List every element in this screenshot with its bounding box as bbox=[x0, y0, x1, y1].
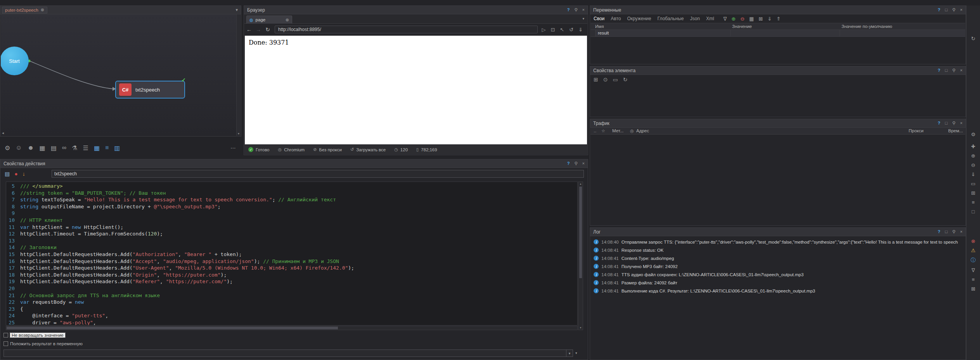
dots-icon[interactable]: ‥ bbox=[594, 128, 596, 133]
tag-icon[interactable]: ▭ bbox=[613, 76, 618, 83]
errors-filter-icon[interactable]: ⊗ bbox=[971, 238, 975, 244]
float-icon[interactable]: □ bbox=[945, 121, 948, 126]
chevron-down-icon[interactable]: ▾ bbox=[566, 350, 573, 357]
log-entry[interactable]: i14:08:41Content-Type: audio/mpeg bbox=[590, 254, 965, 262]
close-icon[interactable]: × bbox=[582, 7, 585, 12]
flow-canvas[interactable]: Start C# txt2speech ✓ ◂ ▾ bbox=[1, 14, 241, 136]
log-entry[interactable]: i14:08:41Выполнение кода C#. Результат: … bbox=[590, 287, 965, 295]
table-blue-icon[interactable]: ▦ bbox=[94, 144, 100, 152]
star-icon[interactable]: ☆ bbox=[601, 128, 605, 133]
more-icon[interactable]: ⋯ bbox=[230, 145, 236, 151]
zoom-in-icon[interactable]: ⊕ bbox=[971, 153, 975, 159]
chevron-down-icon[interactable]: ▾ bbox=[575, 351, 577, 355]
list-traffic-icon[interactable]: ≡ bbox=[972, 199, 975, 205]
scroll-up-icon[interactable]: ▴ bbox=[578, 182, 583, 185]
grid-icon[interactable]: ▦ bbox=[40, 144, 45, 152]
columns-blue-icon[interactable]: ▥ bbox=[114, 144, 120, 152]
modules-icon[interactable]: ▤ bbox=[51, 144, 57, 152]
help-icon[interactable]: ? bbox=[567, 161, 570, 166]
insert-down-icon[interactable]: ↓ bbox=[23, 171, 25, 177]
status-load-mode[interactable]: ↺Загружать все bbox=[350, 147, 386, 152]
scroll-down-icon[interactable]: ▾ bbox=[578, 326, 583, 329]
variables-tab-глобальные[interactable]: Глобальные bbox=[657, 16, 684, 21]
filter-icon[interactable]: ∇ bbox=[724, 16, 727, 22]
variables-tab-авто[interactable]: Авто bbox=[611, 16, 621, 21]
column-method[interactable]: Мет... bbox=[612, 128, 623, 133]
no-return-checkbox[interactable] bbox=[3, 333, 8, 338]
log-filter-icon[interactable]: ∇ bbox=[971, 267, 975, 273]
traffic-settings-icon[interactable]: ⚙ bbox=[971, 132, 976, 137]
help-icon[interactable]: ? bbox=[938, 229, 940, 234]
row-selector[interactable] bbox=[590, 30, 596, 36]
info-filter-icon[interactable]: ⓘ bbox=[971, 257, 976, 264]
forward-icon[interactable]: → bbox=[254, 26, 263, 33]
status-proxy[interactable]: ⊘Без прокси bbox=[313, 147, 342, 152]
search-icon[interactable]: ⊙ bbox=[603, 76, 608, 83]
action-block-txt2speech[interactable]: C# txt2speech ✓ bbox=[115, 81, 185, 99]
copy-traffic-icon[interactable]: ⊞ bbox=[971, 190, 975, 196]
link-icon[interactable]: ∞ bbox=[62, 144, 66, 151]
float-icon[interactable]: □ bbox=[945, 7, 948, 12]
canvas-vertical-scrollbar[interactable]: ▾ bbox=[236, 14, 241, 136]
pin-icon[interactable]: ⚲ bbox=[952, 68, 956, 73]
project-tab[interactable]: puter-txt2speech ⊗ bbox=[2, 7, 47, 14]
record-icon[interactable]: ● bbox=[14, 171, 17, 177]
float-icon[interactable]: □ bbox=[945, 229, 948, 234]
export-icon[interactable]: ⇓ bbox=[767, 16, 772, 22]
variables-tab-окружение[interactable]: Окружение bbox=[627, 16, 651, 21]
code-editor[interactable]: 5/// </summary>6//string token = "ВАШ_PU… bbox=[6, 182, 578, 325]
pan-icon[interactable]: ✚ bbox=[971, 144, 975, 149]
column-address[interactable]: Адрес bbox=[636, 128, 649, 133]
url-input[interactable]: http://localhost:8895/ bbox=[275, 26, 538, 33]
log-list-icon[interactable]: ≡ bbox=[972, 277, 975, 282]
browser-tab-page[interactable]: ◍ page ⊗ bbox=[246, 16, 292, 24]
status-ready[interactable]: ✓Готово bbox=[248, 147, 270, 152]
variables-tab-json[interactable]: Json bbox=[690, 16, 700, 21]
add-variable-icon[interactable]: ⊕ bbox=[731, 16, 736, 22]
capture-icon[interactable]: ⊡ bbox=[551, 27, 555, 33]
column-time[interactable]: Врем... bbox=[948, 128, 963, 133]
back-icon[interactable]: ← bbox=[244, 26, 254, 33]
pin-icon[interactable]: ⚲ bbox=[952, 121, 956, 126]
action-name-input[interactable] bbox=[52, 170, 584, 178]
pointer-icon[interactable]: ↖ bbox=[560, 27, 564, 33]
start-node[interactable]: Start bbox=[1, 47, 29, 75]
reload-icon[interactable]: ↻ bbox=[263, 26, 272, 33]
code-horizontal-scrollbar[interactable] bbox=[6, 326, 578, 330]
tab-close-icon[interactable]: ⊗ bbox=[41, 7, 44, 12]
table-row[interactable]: result bbox=[590, 30, 965, 37]
result-variable-select[interactable]: ▾ bbox=[3, 350, 573, 357]
list-icon[interactable]: ☰ bbox=[83, 144, 88, 152]
rows-blue-icon[interactable]: ≡ bbox=[105, 144, 109, 151]
form-view-icon[interactable]: ▤ bbox=[5, 171, 10, 177]
flask-icon[interactable]: ⚗ bbox=[72, 144, 77, 152]
help-icon[interactable]: ? bbox=[938, 7, 940, 12]
accounts-icon[interactable]: ☻ bbox=[28, 144, 34, 151]
frame-icon[interactable]: ▭ bbox=[971, 181, 975, 187]
scroll-down-icon[interactable]: ▾ bbox=[237, 132, 241, 135]
log-entry[interactable]: i14:08:41TTS аудио файл сохранен: L:\ZEN… bbox=[590, 270, 965, 279]
close-icon[interactable]: × bbox=[960, 229, 963, 234]
put-result-label[interactable]: Положить результат в переменную bbox=[10, 341, 83, 346]
log-entry[interactable]: i14:08:41Response status: OK bbox=[590, 246, 965, 254]
copy-icon[interactable]: ⊞ bbox=[594, 76, 598, 83]
refresh-icon[interactable]: ↻ bbox=[623, 76, 628, 83]
variables-tab-xml[interactable]: Xml bbox=[706, 16, 714, 21]
pin-icon[interactable]: ⚲ bbox=[575, 161, 578, 166]
clear-log-icon[interactable]: ⊠ bbox=[971, 286, 975, 292]
chevron-down-icon[interactable]: ▾ bbox=[582, 17, 584, 21]
column-proxy[interactable]: Прокси bbox=[909, 128, 923, 133]
status-timeout[interactable]: ◷120 bbox=[394, 147, 408, 152]
variables-tab-свои[interactable]: Свои bbox=[594, 16, 604, 21]
browser-viewport[interactable]: Done: 39371 bbox=[245, 36, 587, 144]
float-icon[interactable]: □ bbox=[945, 68, 948, 73]
log-entry[interactable]: i14:08:41Размер файла: 24092 байт bbox=[590, 279, 965, 287]
close-icon[interactable]: × bbox=[582, 161, 585, 166]
help-icon[interactable]: ? bbox=[938, 68, 940, 73]
close-icon[interactable]: × bbox=[960, 121, 963, 126]
pin-icon[interactable]: ⚲ bbox=[952, 229, 956, 234]
download-icon[interactable]: ⇓ bbox=[578, 27, 583, 33]
close-icon[interactable]: × bbox=[960, 68, 963, 73]
status-window-size[interactable]: ▯782;169 bbox=[416, 147, 437, 152]
dialogs-icon[interactable]: ↺ bbox=[569, 27, 573, 33]
